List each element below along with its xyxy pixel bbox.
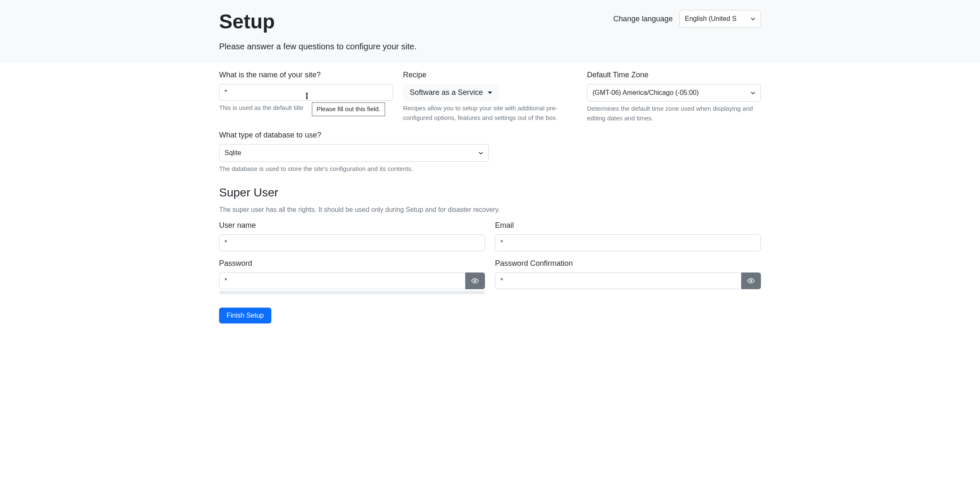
database-group: What type of database to use? Sqlite The… [219, 130, 489, 174]
password-confirm-label: Password Confirmation [495, 258, 761, 269]
password-input[interactable] [219, 272, 465, 289]
svg-point-0 [474, 280, 476, 282]
recipe-label: Recipe [403, 69, 577, 81]
password-label: Password [219, 258, 485, 269]
recipe-dropdown-button[interactable]: Software as a Service [403, 84, 499, 101]
page-title: Setup [219, 7, 416, 37]
email-group: Email [495, 220, 761, 251]
header-right: Change language English (United S [613, 10, 761, 28]
password-group: Password [219, 258, 485, 294]
recipe-group: Recipe Software as a Service Recipes all… [403, 69, 577, 122]
change-language-label: Change language [613, 13, 673, 25]
password-strength-bar [219, 291, 485, 294]
superuser-fieldset: Super User The super user has all the ri… [219, 181, 761, 301]
email-label: Email [495, 220, 761, 231]
finish-setup-button[interactable]: Finish Setup [219, 308, 271, 323]
database-select-wrapper[interactable]: Sqlite [219, 144, 489, 162]
language-select-wrapper[interactable]: English (United S [679, 10, 761, 28]
validation-tooltip: Please fill out this field. [312, 102, 385, 116]
site-name-group: What is the name of your site? I Please … [219, 69, 393, 113]
recipe-help: Recipes allow you to setup your site wit… [403, 104, 577, 122]
timezone-label: Default Time Zone [587, 69, 761, 81]
eye-icon [471, 277, 479, 285]
site-name-input[interactable] [219, 84, 393, 101]
username-input[interactable] [219, 234, 485, 251]
username-group: User name [219, 220, 485, 251]
eye-icon [747, 277, 755, 285]
username-label: User name [219, 220, 485, 231]
email-input[interactable] [495, 234, 761, 251]
toggle-password-visibility-button[interactable] [465, 272, 485, 289]
svg-point-1 [750, 280, 752, 282]
timezone-select-wrapper[interactable]: (GMT-06) America/Chicago (-05:00) [587, 84, 761, 102]
database-select[interactable]: Sqlite [219, 144, 489, 162]
recipe-selected: Software as a Service [410, 88, 483, 97]
superuser-desc: The super user has all the rights. It sh… [219, 205, 761, 215]
header-left: Setup Please answer a few questions to c… [219, 7, 416, 53]
timezone-help: Determines the default time zone used wh… [587, 104, 761, 123]
toggle-password-confirm-visibility-button[interactable] [741, 272, 761, 289]
page-header: Setup Please answer a few questions to c… [0, 0, 980, 63]
timezone-group: Default Time Zone (GMT-06) America/Chica… [587, 69, 761, 123]
timezone-select[interactable]: (GMT-06) America/Chicago (-05:00) [587, 84, 761, 102]
database-label: What type of database to use? [219, 130, 489, 141]
database-help: The database is used to store the site's… [219, 164, 489, 174]
password-confirm-input[interactable] [495, 272, 741, 289]
page-subtitle: Please answer a few questions to configu… [219, 40, 416, 53]
caret-down-icon [488, 92, 492, 94]
superuser-heading: Super User [219, 184, 761, 201]
language-select[interactable]: English (United S [679, 10, 761, 28]
password-confirm-group: Password Confirmation [495, 258, 761, 289]
site-name-label: What is the name of your site? [219, 69, 393, 81]
